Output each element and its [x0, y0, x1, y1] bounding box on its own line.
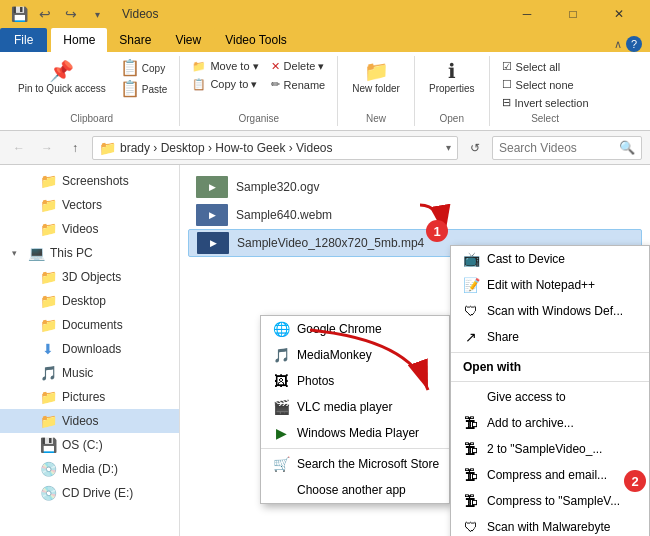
- rename-button[interactable]: ✏ Rename: [267, 76, 330, 93]
- pin-quickaccess-button[interactable]: 📌 Pin to Quick access: [12, 58, 112, 98]
- ctx-cast[interactable]: 📺 Cast to Device: [451, 246, 649, 272]
- file-content-area[interactable]: ▶ Sample320.ogv ▶ Sample640.webm ▶ Sampl…: [180, 165, 650, 536]
- sidebar-item-cddrive[interactable]: 💿 CD Drive (E:): [0, 481, 179, 505]
- sidebar-label: OS (C:): [62, 438, 103, 452]
- badge-1: 1: [426, 220, 448, 242]
- copy-paste-col: 📋 Copy 📋 Paste: [116, 58, 172, 99]
- ctx-chrome[interactable]: 🌐 Google Chrome: [261, 316, 449, 342]
- file-name: SampleVideo_1280x720_5mb.mp4: [237, 236, 424, 250]
- sidebar-item-pictures[interactable]: 📁 Pictures: [0, 385, 179, 409]
- sidebar-label: Desktop: [62, 294, 106, 308]
- forward-button[interactable]: →: [36, 137, 58, 159]
- window-title: Videos: [122, 7, 158, 21]
- minimize-button[interactable]: ─: [504, 0, 550, 28]
- qat-redo[interactable]: ↪: [60, 4, 82, 24]
- ribbon-group-clipboard: 📌 Pin to Quick access 📋 Copy 📋 Paste Cli…: [4, 56, 180, 126]
- sidebar-item-documents[interactable]: 📁 Documents: [0, 313, 179, 337]
- share-icon: ↗: [463, 329, 479, 345]
- sidebar-item-videos-quick[interactable]: 📁 Videos: [0, 217, 179, 241]
- breadcrumb-folder-icon: 📁: [99, 140, 116, 156]
- sidebar-label: Videos: [62, 414, 98, 428]
- organise-buttons: 📁 Move to ▾ 📋 Copy to ▾ ✕ Delete ▾ ✏ Ren…: [188, 58, 329, 111]
- tab-home[interactable]: Home: [51, 28, 107, 52]
- open-buttons: ℹ Properties: [423, 58, 481, 111]
- organise-col2: ✕ Delete ▾ ✏ Rename: [267, 58, 330, 93]
- properties-button[interactable]: ℹ Properties: [423, 58, 481, 97]
- ctx-add-archive[interactable]: 🗜 Add to archive...: [451, 410, 649, 436]
- search-input[interactable]: [499, 141, 619, 155]
- sidebar-item-vectors[interactable]: 📁 Vectors: [0, 193, 179, 217]
- ctx-vlc[interactable]: 🎬 VLC media player: [261, 394, 449, 420]
- delete-button[interactable]: ✕ Delete ▾: [267, 58, 330, 75]
- ctx-share[interactable]: ↗ Share: [451, 324, 649, 350]
- copy-to-button[interactable]: 📋 Copy to ▾: [188, 76, 262, 93]
- new-folder-button[interactable]: 📁 New folder: [346, 58, 406, 97]
- ctx-edit-notepad[interactable]: 📝 Edit with Notepad++: [451, 272, 649, 298]
- ctx-store[interactable]: 🛒 Search the Microsoft Store: [261, 451, 449, 477]
- up-button[interactable]: ↑: [64, 137, 86, 159]
- sidebar-item-mediadrive[interactable]: 💿 Media (D:): [0, 457, 179, 481]
- sidebar-item-videos[interactable]: 📁 Videos: [0, 409, 179, 433]
- copy-icon: 📋: [120, 60, 140, 76]
- tab-share[interactable]: Share: [107, 28, 163, 52]
- ribbon-collapse-area: ∧ ?: [606, 36, 650, 52]
- refresh-button[interactable]: ↺: [464, 137, 486, 159]
- ctx-compress-samplevideo[interactable]: 🗜 2 to "SampleVideo_...: [451, 436, 649, 462]
- ctx-compress-email[interactable]: 🗜 Compress and email...: [451, 462, 649, 488]
- sidebar-item-osdrive[interactable]: 💾 OS (C:): [0, 433, 179, 457]
- folder-icon: 📁: [40, 173, 56, 189]
- file-thumbnail: ▶: [197, 232, 229, 254]
- quick-access-toolbar: 💾 ↩ ↪ ▾: [8, 4, 108, 24]
- properties-icon: ℹ: [448, 61, 456, 81]
- qat-undo[interactable]: ↩: [34, 4, 56, 24]
- search-box[interactable]: 🔍: [492, 136, 642, 160]
- invert-selection-button[interactable]: ⊟ Invert selection: [498, 94, 593, 111]
- select-none-button[interactable]: ☐ Select none: [498, 76, 593, 93]
- tab-view[interactable]: View: [163, 28, 213, 52]
- tab-video-tools[interactable]: Video Tools: [213, 28, 299, 52]
- file-thumbnail: ▶: [196, 176, 228, 198]
- copy-button[interactable]: 📋 Copy: [116, 58, 172, 78]
- sidebar-item-downloads[interactable]: ⬇ Downloads: [0, 337, 179, 361]
- help-icon[interactable]: ?: [626, 36, 642, 52]
- collapse-icon[interactable]: ∧: [614, 38, 622, 51]
- qat-dropdown[interactable]: ▾: [86, 4, 108, 24]
- photos-icon: 🖼: [273, 373, 289, 389]
- sidebar-item-music[interactable]: 🎵 Music: [0, 361, 179, 385]
- file-name: Sample320.ogv: [236, 180, 319, 194]
- file-item[interactable]: ▶ Sample320.ogv: [188, 173, 642, 201]
- paste-button[interactable]: 📋 Paste: [116, 79, 172, 99]
- sidebar-item-screenshots[interactable]: 📁 Screenshots: [0, 169, 179, 193]
- tab-file[interactable]: File: [0, 28, 47, 52]
- move-to-button[interactable]: 📁 Move to ▾: [188, 58, 262, 75]
- store-icon: 🛒: [273, 456, 289, 472]
- access-icon: [463, 389, 479, 405]
- expand-arrow: ▾: [12, 248, 22, 258]
- address-bar: ← → ↑ 📁 brady › Desktop › How-to Geek › …: [0, 131, 650, 165]
- breadcrumb[interactable]: 📁 brady › Desktop › How-to Geek › Videos…: [92, 136, 458, 160]
- sidebar-label: Downloads: [62, 342, 121, 356]
- ctx-give-access[interactable]: Give access to: [451, 384, 649, 410]
- select-all-button[interactable]: ☑ Select all: [498, 58, 593, 75]
- close-button[interactable]: ✕: [596, 0, 642, 28]
- sidebar-item-3dobjects[interactable]: 📁 3D Objects: [0, 265, 179, 289]
- selectnone-icon: ☐: [502, 78, 512, 91]
- ctx-scan-windows[interactable]: 🛡 Scan with Windows Def...: [451, 298, 649, 324]
- back-button[interactable]: ←: [8, 137, 30, 159]
- breadcrumb-dropdown[interactable]: ▾: [446, 142, 451, 153]
- file-item[interactable]: ▶ Sample640.webm: [188, 201, 642, 229]
- sidebar-label: 3D Objects: [62, 270, 121, 284]
- folder-icon: 📁: [40, 197, 56, 213]
- ctx-photos[interactable]: 🖼 Photos: [261, 368, 449, 394]
- maximize-button[interactable]: □: [550, 0, 596, 28]
- folder-icon: 📁: [40, 389, 56, 405]
- ctx-wmp[interactable]: ▶ Windows Media Player: [261, 420, 449, 446]
- ctx-another-app[interactable]: Choose another app: [261, 477, 449, 503]
- new-folder-icon: 📁: [364, 61, 389, 81]
- ctx-compress-samplev[interactable]: 🗜 Compress to "SampleV...: [451, 488, 649, 514]
- sidebar-item-thispc[interactable]: ▾ 💻 This PC: [0, 241, 179, 265]
- sidebar-item-desktop[interactable]: 📁 Desktop: [0, 289, 179, 313]
- ctx-scan-malware[interactable]: 🛡 Scan with Malwarebyte: [451, 514, 649, 536]
- ctx-mediamonkey[interactable]: 🎵 MediaMonkey: [261, 342, 449, 368]
- qat-save[interactable]: 💾: [8, 4, 30, 24]
